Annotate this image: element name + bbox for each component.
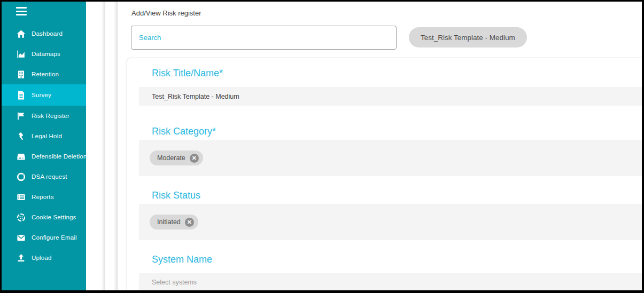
sidebar-item-label: Upload (32, 255, 52, 261)
risk-category-chip[interactable]: Moderate ✕ (150, 151, 203, 165)
life-ring-icon (16, 172, 26, 182)
remove-chip-icon[interactable]: ✕ (190, 154, 199, 163)
template-chip-label: Test_Risk Template - Medium (421, 34, 515, 42)
risk-title-label: Risk Title/Name* (152, 68, 223, 79)
template-filter-chip[interactable]: Test_Risk Template - Medium (409, 27, 527, 47)
envelope-icon (16, 233, 26, 243)
flag-icon (16, 111, 26, 121)
sidebar-item-label: Risk Register (32, 113, 69, 119)
chip-label: Initiated (157, 218, 181, 226)
document-icon (16, 90, 26, 100)
sidebar-item-label: Cookie Settings (32, 214, 76, 220)
frame-edge (642, 0, 644, 293)
sidebar-item-survey[interactable]: Survey (2, 84, 86, 106)
risk-title-value: Test_Risk Template - Medium (139, 93, 239, 100)
sidebar-item-configure-email[interactable]: Configure Email (2, 227, 86, 248)
home-icon (16, 29, 26, 39)
sidebar-item-dsa-request[interactable]: DSA request (2, 167, 86, 187)
gavel-icon (16, 131, 26, 141)
risk-status-chip[interactable]: Initiated ✕ (150, 215, 198, 229)
panel-separator (102, 2, 105, 290)
frame-edge (0, 0, 644, 2)
sidebar-item-datamaps[interactable]: Datamaps (2, 44, 86, 64)
page-title: Add/View Risk register (131, 9, 201, 17)
sidebar-item-label: Defensible Deletion (32, 153, 87, 160)
system-name-label: System Name (152, 254, 212, 265)
sidebar-item-dashboard[interactable]: Dashboard (2, 23, 86, 44)
sidebar-item-label: Retention (32, 71, 59, 77)
sidebar-item-label: Reports (32, 194, 54, 200)
sidebar-item-reports[interactable]: Reports (2, 187, 86, 207)
chip-label: Moderate (157, 154, 185, 162)
area-chart-icon (16, 49, 26, 59)
frame-edge (0, 290, 644, 293)
sidebar-item-label: DSA request (32, 173, 67, 180)
search-box (131, 26, 397, 50)
sidebar-item-label: Configure Email (32, 234, 77, 241)
risk-category-label: Risk Category* (152, 126, 216, 137)
sidebar-item-risk-register[interactable]: Risk Register (2, 106, 86, 126)
sidebar-item-label: Survey (32, 92, 51, 98)
sidebar-item-label: Legal Hold (32, 133, 62, 139)
drive-icon (16, 152, 26, 162)
risk-register-form-card: Risk Title/Name* Test_Risk Template - Me… (127, 58, 644, 293)
sidebar-item-retention[interactable]: Retention (2, 64, 86, 84)
frame-edge (0, 0, 2, 293)
risk-status-label: Risk Status (152, 190, 200, 201)
system-name-placeholder: Select systems (139, 273, 197, 286)
sidebar-item-label: Datamaps (32, 51, 60, 57)
cookie-icon (16, 212, 26, 223)
remove-chip-icon[interactable]: ✕ (185, 218, 194, 227)
search-input[interactable] (131, 26, 397, 50)
sidebar-menu: Dashboard Datamaps Retention (2, 23, 86, 268)
sidebar-item-cookie-settings[interactable]: Cookie Settings (2, 207, 86, 227)
app-window: Dashboard Datamaps Retention (0, 0, 644, 293)
risk-category-field[interactable]: Moderate ✕ (139, 140, 644, 176)
list-icon (16, 192, 26, 202)
panel-separator (114, 2, 118, 290)
hamburger-menu-icon[interactable] (16, 7, 27, 15)
risk-status-field[interactable]: Initiated ✕ (139, 204, 644, 240)
upload-icon (16, 253, 26, 263)
sidebar: Dashboard Datamaps Retention (2, 2, 86, 290)
risk-title-field[interactable]: Test_Risk Template - Medium (139, 87, 644, 106)
sidebar-item-upload[interactable]: Upload (2, 248, 86, 268)
building-icon (16, 69, 26, 80)
sidebar-item-legal-hold[interactable]: Legal Hold (2, 126, 86, 146)
sidebar-item-label: Dashboard (32, 30, 63, 37)
sidebar-item-defensible-deletion[interactable]: Defensible Deletion (2, 146, 86, 167)
